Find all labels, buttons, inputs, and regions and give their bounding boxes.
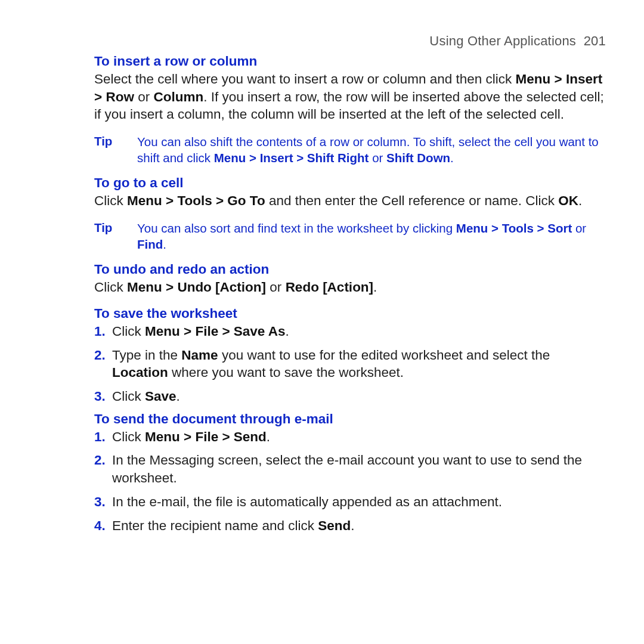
heading-undo: To undo and redo an action bbox=[94, 262, 606, 277]
list-save: 1. Click Menu > File > Save As. 2. Type … bbox=[94, 323, 606, 405]
para-goto: Click Menu > Tools > Go To and then ente… bbox=[94, 192, 606, 210]
list-send: 1. Click Menu > File > Send. 2. In the M… bbox=[94, 428, 606, 534]
heading-goto: To go to a cell bbox=[94, 175, 606, 191]
list-item: 4. Enter the recipient name and click Se… bbox=[94, 517, 606, 535]
document-page: Using Other Applications 201 To insert a… bbox=[0, 0, 644, 564]
list-item: 3. Click Save. bbox=[94, 388, 606, 405]
list-item: 2. Type in the Name you want to use for … bbox=[94, 346, 606, 382]
tip-body: You can also sort and find text in the w… bbox=[137, 221, 606, 252]
header-title: Using Other Applications bbox=[429, 33, 576, 48]
tip-goto: Tip You can also sort and find text in t… bbox=[94, 221, 606, 252]
page-number: 201 bbox=[584, 33, 606, 48]
para-insert: Select the cell where you want to insert… bbox=[94, 70, 606, 123]
tip-body: You can also shift the contents of a row… bbox=[137, 134, 606, 166]
list-item: 2. In the Messaging screen, select the e… bbox=[94, 451, 606, 487]
heading-save: To save the worksheet bbox=[94, 306, 606, 321]
list-item: 3. In the e-mail, the file is automatica… bbox=[94, 493, 606, 511]
heading-insert: To insert a row or column bbox=[94, 54, 606, 69]
list-item: 1. Click Menu > File > Send. bbox=[94, 428, 606, 446]
tip-label: Tip bbox=[94, 221, 137, 252]
heading-send: To send the document through e-mail bbox=[94, 411, 606, 427]
page-header: Using Other Applications 201 bbox=[94, 33, 606, 49]
tip-insert: Tip You can also shift the contents of a… bbox=[94, 134, 606, 166]
para-undo: Click Menu > Undo [Action] or Redo [Acti… bbox=[94, 278, 606, 296]
tip-label: Tip bbox=[94, 134, 137, 166]
list-item: 1. Click Menu > File > Save As. bbox=[94, 323, 606, 340]
